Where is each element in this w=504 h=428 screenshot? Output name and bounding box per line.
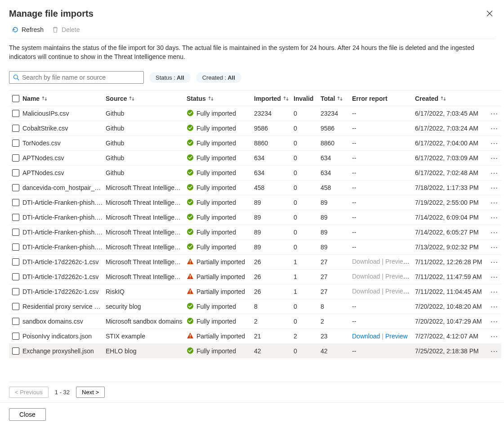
filter-created-pill[interactable]: Created : All — [196, 72, 241, 83]
preview-link[interactable]: Preview — [385, 333, 408, 340]
row-actions-button[interactable]: ··· — [489, 301, 500, 312]
table-row[interactable]: DTI-Article-17d2262c-1.csvRiskIQPartiall… — [9, 284, 501, 299]
row-checkbox[interactable] — [12, 333, 19, 340]
next-page-button[interactable]: Next > — [76, 387, 105, 398]
col-created[interactable]: Created — [415, 95, 489, 102]
cell-source: security blog — [106, 303, 187, 310]
cell-status: Fully imported — [187, 184, 254, 192]
table-row[interactable]: TorNodes.csvGithubFully imported88600886… — [9, 135, 501, 150]
row-actions-button[interactable]: ··· — [489, 167, 500, 178]
col-imported[interactable]: Imported — [254, 95, 294, 102]
cell-invalid: 0 — [294, 110, 321, 117]
table-row[interactable]: DTI-Article-17d2262c-1.csvMicrosoft Thre… — [9, 254, 501, 269]
row-checkbox[interactable] — [12, 243, 19, 251]
delete-button: Delete — [52, 26, 80, 33]
cell-imported: 26 — [254, 258, 294, 266]
col-status[interactable]: Status — [187, 95, 254, 102]
cell-imported: 634 — [254, 154, 294, 162]
cell-status: Fully imported — [187, 139, 254, 148]
close-button[interactable]: Close — [9, 408, 46, 421]
row-actions-button[interactable]: ··· — [489, 331, 500, 342]
cell-name: DTI-Article-Franken-phish.csv — [22, 229, 106, 236]
sort-icon — [283, 96, 289, 101]
table-row[interactable]: DTI-Article-17d2262c-1.csvMicrosoft Thre… — [9, 269, 501, 284]
cell-invalid: 0 — [294, 169, 321, 176]
row-actions-button[interactable]: ··· — [489, 346, 500, 356]
cell-name: Residential proxy service 911.... — [22, 303, 106, 310]
row-actions-button[interactable]: ··· — [489, 257, 500, 267]
col-invalid[interactable]: Invalid — [294, 95, 321, 102]
row-actions-button[interactable]: ··· — [489, 286, 500, 297]
row-actions-button[interactable]: ··· — [489, 123, 500, 134]
col-total[interactable]: Total — [321, 95, 352, 102]
table-row[interactable]: DTI-Article-Franken-phish.csvMicrosoft T… — [9, 195, 501, 210]
row-checkbox[interactable] — [12, 347, 19, 355]
cell-total: 27 — [321, 288, 352, 295]
row-actions-button[interactable]: ··· — [489, 138, 500, 149]
row-checkbox[interactable] — [12, 214, 19, 221]
table-row[interactable]: DTI-Article-Franken-phish.csvMicrosoft T… — [9, 239, 501, 254]
check-circle-icon — [187, 347, 194, 356]
row-actions-button[interactable]: ··· — [489, 108, 500, 119]
row-checkbox[interactable] — [12, 125, 19, 132]
table-row[interactable]: DTI-Article-Franken-phish.csvMicrosoft T… — [9, 225, 501, 239]
warning-icon — [187, 332, 194, 341]
cell-imported: 89 — [254, 243, 294, 251]
cell-imported: 89 — [254, 199, 294, 206]
row-actions-button[interactable]: ··· — [489, 153, 500, 163]
row-actions-button[interactable]: ··· — [489, 271, 500, 282]
table-row[interactable]: APTNodes.csvGithubFully imported6340634-… — [9, 150, 501, 165]
cell-total: 8 — [321, 303, 352, 310]
table-row[interactable]: DTI-Article-Franken-phish.csvMicrosoft T… — [9, 210, 501, 225]
table-row[interactable]: sandbox domains.csvMicrosoft sandbox dom… — [9, 314, 501, 329]
refresh-button[interactable]: Refresh — [12, 26, 44, 33]
row-checkbox[interactable] — [12, 229, 19, 236]
svg-point-7 — [187, 199, 193, 205]
cell-name: DTI-Article-17d2262c-1.csv — [22, 273, 106, 280]
download-link[interactable]: Download — [352, 333, 380, 340]
row-checkbox[interactable] — [12, 199, 19, 206]
select-all-checkbox[interactable] — [12, 95, 19, 102]
cell-imported: 8 — [254, 303, 294, 310]
row-checkbox[interactable] — [12, 318, 19, 325]
table-row[interactable]: PoisonIvy indicators.jsonSTIX examplePar… — [9, 329, 501, 343]
error-dash: -- — [352, 347, 415, 355]
search-input-wrap[interactable] — [9, 71, 144, 84]
row-actions-button[interactable]: ··· — [489, 227, 500, 238]
col-source[interactable]: Source — [106, 95, 187, 102]
close-icon[interactable] — [484, 8, 495, 19]
table-row[interactable]: MaliciousIPs.csvGithubFully imported2323… — [9, 106, 501, 121]
cell-total: 27 — [321, 258, 352, 266]
row-actions-button[interactable]: ··· — [489, 182, 500, 193]
cell-imported: 21 — [254, 333, 294, 340]
row-checkbox[interactable] — [12, 169, 19, 176]
table-row[interactable]: Residential proxy service 911....securit… — [9, 299, 501, 314]
col-error-report[interactable]: Error report — [352, 95, 415, 102]
cell-invalid: 0 — [294, 140, 321, 147]
row-actions-button[interactable]: ··· — [489, 197, 500, 208]
search-input[interactable] — [22, 74, 140, 81]
refresh-label: Refresh — [22, 26, 44, 33]
row-checkbox[interactable] — [12, 258, 19, 266]
row-actions-button[interactable]: ··· — [489, 316, 500, 327]
col-name[interactable]: Name — [22, 95, 106, 102]
svg-point-1 — [187, 110, 193, 116]
row-checkbox[interactable] — [12, 288, 19, 295]
error-dash: -- — [352, 154, 415, 162]
cell-name: dancevida-com_hostpair_sen... — [22, 184, 106, 191]
table-row[interactable]: CobaltStrike.csvGithubFully imported9586… — [9, 121, 501, 135]
row-checkbox[interactable] — [12, 110, 19, 117]
filter-status-pill[interactable]: Status : All — [149, 72, 191, 83]
row-checkbox[interactable] — [12, 154, 19, 162]
cell-total: 2 — [321, 318, 352, 325]
row-checkbox[interactable] — [12, 273, 19, 280]
row-actions-button[interactable]: ··· — [489, 212, 500, 223]
table-row[interactable]: Exchange proxyshell.jsonEHLO blogFully i… — [9, 343, 501, 358]
table-row[interactable]: APTNodes.csvGithubFully imported6340634-… — [9, 165, 501, 180]
row-checkbox[interactable] — [12, 303, 19, 310]
row-checkbox[interactable] — [12, 140, 19, 147]
cell-name: TorNodes.csv — [22, 140, 106, 147]
table-row[interactable]: dancevida-com_hostpair_sen...Microsoft T… — [9, 180, 501, 195]
row-actions-button[interactable]: ··· — [489, 242, 500, 252]
row-checkbox[interactable] — [12, 184, 19, 191]
